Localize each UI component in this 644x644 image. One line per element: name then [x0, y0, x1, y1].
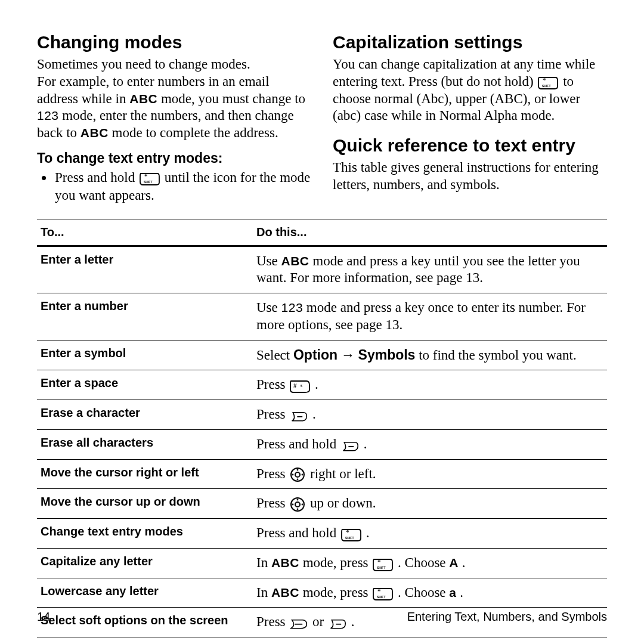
table-row: Lowercase any letterIn ABC mode, press *…: [37, 578, 607, 608]
svg-point-17: [297, 509, 299, 510]
svg-text:SHIFT: SHIFT: [377, 566, 385, 569]
back-key-icon: [341, 439, 359, 452]
shift-key-icon: *SHIFT: [373, 586, 393, 600]
text: mode, you must change to: [161, 91, 305, 106]
abc-mode-label: ABC: [80, 126, 109, 140]
two-column-layout: Changing modes Sometimes you need to cha…: [37, 32, 607, 205]
text: mode to complete the address.: [112, 125, 278, 140]
svg-text:*: *: [377, 558, 381, 565]
svg-text:s: s: [301, 383, 302, 388]
svg-text:*: *: [377, 587, 381, 595]
svg-text:*: *: [144, 172, 148, 179]
row-do: Press and hold *SHIFT .: [253, 519, 607, 549]
nav-key-icon: [290, 467, 305, 482]
svg-point-13: [302, 474, 304, 476]
page-footer: 14 Entering Text, Numbers, and Symbols: [37, 610, 607, 624]
to-change-modes-subheading: To change text entry modes:: [37, 150, 311, 166]
back-key-icon: [290, 409, 308, 422]
shift-key-icon: *SHIFT: [341, 527, 361, 541]
svg-text:SHIFT: SHIFT: [377, 595, 385, 599]
table-header-row: To... Do this...: [37, 219, 607, 246]
changing-modes-paragraph: Sometimes you need to change modes. For …: [37, 56, 311, 142]
row-do: Select Option → Symbols to find the symb…: [253, 340, 607, 370]
bullet-list: Press and hold *SHIFT until the icon for…: [37, 169, 311, 205]
table-row: Move the cursor up or downPress up or do…: [37, 489, 607, 519]
svg-text:*: *: [543, 76, 546, 83]
row-do: In ABC mode, press *SHIFT . Choose A .: [253, 548, 607, 578]
svg-text:SHIFT: SHIFT: [144, 180, 152, 184]
table-row: Enter a symbolSelect Option → Symbols to…: [37, 340, 607, 370]
num-mode-label: 123: [281, 301, 304, 314]
svg-point-16: [297, 499, 299, 501]
nav-key-icon: [290, 497, 305, 512]
quick-reference-heading: Quick reference to text entry: [333, 135, 607, 156]
num-mode-label: 123: [37, 109, 59, 122]
shift-key-icon: *SHIFT: [140, 171, 160, 185]
capitalization-paragraph: You can change capitalization at any tim…: [333, 56, 607, 125]
capitalization-heading: Capitalization settings: [333, 32, 607, 52]
svg-point-10: [297, 469, 299, 471]
row-to: Move the cursor right or left: [37, 459, 253, 489]
row-do: Press up or down.: [253, 489, 607, 519]
text: Press and hold: [55, 170, 138, 185]
svg-text:#: #: [293, 382, 297, 389]
svg-point-9: [295, 472, 300, 477]
col-to: To...: [37, 219, 253, 246]
page: Changing modes Sometimes you need to cha…: [0, 0, 644, 644]
table-row: Erase all charactersPress and hold .: [37, 429, 607, 459]
quick-reference-table: To... Do this... Enter a letterUse ABC m…: [37, 219, 607, 638]
abc-mode-label: ABC: [129, 92, 157, 106]
table-row: Enter a numberUse 123 mode and press a k…: [37, 293, 607, 340]
table-row: Capitalize any letterIn ABC mode, press …: [37, 548, 607, 578]
left-column: Changing modes Sometimes you need to cha…: [37, 32, 311, 205]
table-row: Enter a spacePress #s .: [37, 370, 607, 400]
row-to: Enter a symbol: [37, 340, 253, 370]
hash-key-icon: #s: [290, 379, 310, 393]
svg-point-12: [292, 474, 294, 476]
row-do: In ABC mode, press *SHIFT . Choose a .: [253, 578, 607, 608]
table-row: Change text entry modesPress and hold *S…: [37, 519, 607, 549]
row-do: Press #s .: [253, 370, 607, 400]
row-do: Press right or left.: [253, 459, 607, 489]
row-do: Use 123 mode and press a key once to ent…: [253, 293, 607, 340]
col-do: Do this...: [253, 219, 607, 246]
shift-key-icon: *SHIFT: [538, 75, 558, 89]
row-to: Erase all characters: [37, 429, 253, 459]
row-do: Press .: [253, 400, 607, 430]
svg-point-18: [292, 504, 294, 506]
changing-modes-heading: Changing modes: [37, 32, 311, 52]
table-row: Enter a letterUse ABC mode and press a k…: [37, 246, 607, 293]
abc-mode-label: ABC: [271, 556, 299, 569]
row-to: Enter a letter: [37, 246, 253, 293]
row-to: Enter a number: [37, 293, 253, 340]
svg-point-15: [295, 502, 300, 507]
page-number: 14: [37, 610, 50, 624]
row-to: Change text entry modes: [37, 519, 253, 549]
svg-text:SHIFT: SHIFT: [345, 536, 354, 540]
svg-point-11: [297, 479, 299, 481]
abc-mode-label: ABC: [281, 254, 309, 268]
row-do: Use ABC mode and press a key until you s…: [253, 246, 607, 293]
row-do: Press and hold .: [253, 429, 607, 459]
row-to: Capitalize any letter: [37, 548, 253, 578]
bullet-item: Press and hold *SHIFT until the icon for…: [54, 169, 311, 205]
row-to: Erase a character: [37, 400, 253, 430]
svg-text:SHIFT: SHIFT: [542, 84, 550, 88]
row-to: Move the cursor up or down: [37, 489, 253, 519]
quick-reference-paragraph: This table gives general instructions fo…: [333, 159, 607, 194]
section-title: Entering Text, Numbers, and Symbols: [407, 610, 607, 624]
shift-key-icon: *SHIFT: [373, 557, 393, 571]
table-row: Erase a characterPress .: [37, 400, 607, 430]
svg-point-19: [302, 504, 304, 506]
table-row: Move the cursor right or leftPress right…: [37, 459, 607, 489]
svg-text:*: *: [346, 528, 349, 535]
row-to: Enter a space: [37, 370, 253, 400]
row-to: Lowercase any letter: [37, 578, 253, 608]
right-column: Capitalization settings You can change c…: [333, 32, 607, 205]
abc-mode-label: ABC: [271, 586, 299, 599]
